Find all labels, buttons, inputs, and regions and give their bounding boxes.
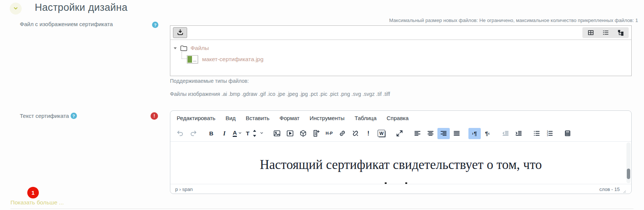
menu-table[interactable]: Таблица [354, 115, 377, 121]
word-count[interactable]: слов - 15 [600, 187, 620, 192]
font-size-button[interactable]: T [244, 128, 265, 139]
max-files-info: Максимальный размер новых файлов: Не огр… [389, 18, 638, 23]
word-import-icon[interactable]: W [375, 128, 388, 139]
redo-icon[interactable] [187, 128, 199, 139]
menu-view[interactable]: Вид [226, 115, 236, 121]
image-icon[interactable] [271, 128, 283, 139]
element-path[interactable]: p › span [175, 187, 193, 192]
undo-icon[interactable] [174, 128, 186, 139]
caret-down-icon[interactable] [173, 46, 177, 50]
svg-text:3: 3 [547, 134, 548, 137]
filemanager: Файлы макет-сертификата.jpg [170, 25, 632, 76]
align-justify-icon[interactable] [451, 128, 463, 139]
filemanager-toolbar [170, 26, 631, 40]
bullet-list-icon[interactable] [530, 128, 543, 139]
editor-toolbar: B I A T [170, 125, 631, 142]
help-icon[interactable]: ? [152, 22, 158, 28]
editor-content-area[interactable]: Настоящий сертификат свидетельствует о т… [170, 142, 631, 184]
text-field-label-text: Текст сертификата [20, 113, 69, 119]
menu-help[interactable]: Справка [387, 115, 409, 121]
align-right-icon[interactable] [437, 128, 450, 139]
folder-icon [180, 44, 188, 52]
show-more-link[interactable]: Показать больше ... [10, 199, 64, 206]
table-icon[interactable] [561, 128, 574, 139]
menu-insert[interactable]: Вставить [246, 115, 270, 121]
help-icon[interactable]: ? [71, 113, 77, 119]
h5p-icon[interactable]: H-P [323, 128, 335, 139]
text-field-label: Текст сертификата ? [20, 113, 77, 119]
cube-icon[interactable] [297, 128, 309, 139]
tree-root-folder[interactable]: Файлы [173, 43, 631, 53]
notification-badge: 1 [27, 187, 39, 198]
view-toggle-group [582, 27, 629, 38]
font-size-icon: T [246, 131, 249, 137]
chevron-down-icon [12, 5, 19, 13]
text-color-icon: A [233, 130, 237, 137]
tree-file-label[interactable]: макет-сертификата.jpg [202, 56, 263, 63]
chevron-down-icon [238, 131, 242, 136]
file-field-label: Файл с изображением сертификата [20, 21, 113, 27]
link-icon[interactable] [336, 128, 349, 139]
upload-tray-icon [177, 29, 184, 37]
outdent-icon[interactable] [499, 128, 512, 139]
list-view-icon[interactable] [602, 29, 609, 37]
italic-icon[interactable]: I [218, 128, 230, 139]
section-title: Настройки дизайна [35, 2, 127, 13]
direction-rtl-icon[interactable]: ¶‹ [482, 128, 494, 139]
fullscreen-icon[interactable] [393, 128, 406, 139]
menu-tools[interactable]: Инструменты [310, 115, 345, 121]
direction-ltr-icon[interactable]: ›¶ [468, 128, 481, 139]
resize-handle-icon[interactable] [622, 188, 626, 193]
size-arrows-icon [251, 129, 258, 137]
indent-icon[interactable] [513, 128, 525, 139]
align-left-icon[interactable] [411, 128, 424, 139]
design-settings-section: Настройки дизайна Файл с изображением се… [0, 0, 644, 210]
menu-edit[interactable]: Редактировать [177, 115, 216, 121]
supported-types-list: Файлы изображения .ai .bmp .gdraw .gif .… [170, 91, 390, 97]
supported-types-label: Поддерживаемые типы файлов: [170, 78, 249, 84]
bold-icon[interactable]: B [205, 128, 217, 139]
tree-view-icon[interactable] [617, 29, 624, 37]
media-icon[interactable] [284, 128, 296, 139]
certificate-text-line: Настоящий сертификат свидетельствует о т… [170, 142, 631, 172]
required-icon: ! [151, 112, 158, 120]
text-color-button[interactable]: A [231, 128, 244, 139]
menu-format[interactable]: Формат [279, 115, 299, 121]
section-collapse-button[interactable] [10, 3, 22, 15]
emergency-icon[interactable]: ! [362, 128, 375, 139]
unlink-icon[interactable] [349, 128, 362, 139]
file-tree: Файлы макет-сертификата.jpg [170, 40, 631, 63]
tree-file-item[interactable]: макет-сертификата.jpg [187, 55, 631, 63]
file-thumbnail [187, 55, 198, 63]
editor-menubar: Редактировать Вид Вставить Формат Инстру… [170, 111, 631, 125]
numbered-list-icon[interactable]: 123 [544, 128, 556, 139]
editor-statusbar: p › span слов - 15 [170, 184, 631, 194]
tree-connector [182, 52, 187, 59]
upload-file-button[interactable] [173, 27, 187, 38]
grid-view-icon[interactable] [587, 29, 594, 37]
chevron-down-icon [260, 131, 264, 136]
section-divider [10, 209, 634, 209]
editor-scrollbar-track[interactable] [626, 142, 631, 183]
rich-text-editor: Редактировать Вид Вставить Формат Инстру… [170, 110, 632, 194]
document-plus-icon[interactable] [310, 128, 322, 139]
tree-root-label[interactable]: Файлы [191, 45, 209, 51]
editor-scrollbar-thumb[interactable] [627, 169, 630, 179]
align-center-icon[interactable] [424, 128, 437, 139]
